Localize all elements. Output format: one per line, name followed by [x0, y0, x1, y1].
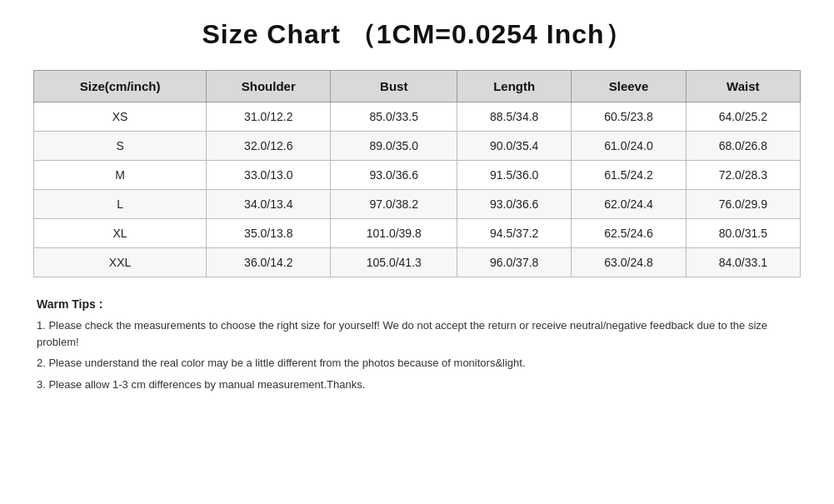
table-cell: XS — [34, 102, 207, 132]
table-cell: 76.0/29.9 — [686, 190, 800, 219]
table-cell: 32.0/12.6 — [207, 132, 331, 161]
table-cell: XXL — [34, 248, 207, 277]
table-header-cell: Size(cm/inch) — [34, 71, 207, 102]
table-header-cell: Sleeve — [572, 71, 686, 102]
table-row: M33.0/13.093.0/36.691.5/36.061.5/24.272.… — [34, 161, 801, 190]
table-cell: 34.0/13.4 — [207, 190, 331, 219]
table-cell: 61.0/24.0 — [572, 132, 686, 161]
page-title: Size Chart （1CM=0.0254 Inch） — [33, 17, 801, 53]
table-cell: 60.5/23.8 — [572, 102, 686, 132]
table-cell: 36.0/14.2 — [207, 248, 331, 277]
table-cell: 68.0/26.8 — [686, 132, 800, 161]
table-cell: 84.0/33.1 — [686, 248, 800, 277]
table-header-cell: Length — [457, 71, 571, 102]
table-row: S32.0/12.689.0/35.090.0/35.461.0/24.068.… — [34, 132, 801, 161]
table-cell: L — [34, 190, 207, 219]
table-cell: 105.0/41.3 — [331, 248, 457, 277]
table-header-cell: Bust — [331, 71, 457, 102]
table-cell: XL — [34, 219, 207, 248]
table-cell: 96.0/37.8 — [457, 248, 571, 277]
warm-tips-item: 3. Please allow 1-3 cm differences by ma… — [37, 377, 797, 393]
table-header-cell: Shoulder — [207, 71, 331, 102]
table-cell: 90.0/35.4 — [457, 132, 571, 161]
main-container: Size Chart （1CM=0.0254 Inch） Size(cm/inc… — [33, 17, 801, 397]
table-cell: M — [34, 161, 207, 190]
table-row: XXL36.0/14.2105.0/41.396.0/37.863.0/24.8… — [34, 248, 801, 277]
table-row: L34.0/13.497.0/38.293.0/36.662.0/24.476.… — [34, 190, 801, 219]
warm-tips-item: 2. Please understand the real color may … — [37, 355, 797, 372]
table-row: XS31.0/12.285.0/33.588.5/34.860.5/23.864… — [34, 102, 801, 132]
table-cell: 72.0/28.3 — [686, 161, 800, 190]
table-cell: 35.0/13.8 — [207, 219, 331, 248]
table-header-row: Size(cm/inch)ShoulderBustLengthSleeveWai… — [34, 71, 801, 102]
table-cell: 61.5/24.2 — [572, 161, 686, 190]
table-header-cell: Waist — [686, 71, 800, 102]
table-cell: 94.5/37.2 — [457, 219, 571, 248]
table-cell: 63.0/24.8 — [572, 248, 686, 277]
warm-tips-item: 1. Please check the measurements to choo… — [37, 317, 797, 350]
table-cell: 88.5/34.8 — [457, 102, 571, 132]
table-cell: 31.0/12.2 — [207, 102, 331, 132]
warm-tips-section: Warm Tips : 1. Please check the measurem… — [33, 297, 801, 392]
table-cell: 85.0/33.5 — [331, 102, 457, 132]
table-cell: 97.0/38.2 — [331, 190, 457, 219]
table-cell: 80.0/31.5 — [686, 219, 800, 248]
table-row: XL35.0/13.8101.0/39.894.5/37.262.5/24.68… — [34, 219, 801, 248]
table-cell: 93.0/36.6 — [331, 161, 457, 190]
table-cell: S — [34, 132, 207, 161]
table-cell: 62.5/24.6 — [572, 219, 686, 248]
table-cell: 64.0/25.2 — [686, 102, 800, 132]
table-cell: 89.0/35.0 — [331, 132, 457, 161]
table-cell: 62.0/24.4 — [572, 190, 686, 219]
table-cell: 101.0/39.8 — [331, 219, 457, 248]
table-cell: 91.5/36.0 — [457, 161, 571, 190]
warm-tips-title: Warm Tips : — [37, 297, 797, 311]
table-cell: 93.0/36.6 — [457, 190, 571, 219]
size-table: Size(cm/inch)ShoulderBustLengthSleeveWai… — [33, 70, 801, 277]
table-cell: 33.0/13.0 — [207, 161, 331, 190]
